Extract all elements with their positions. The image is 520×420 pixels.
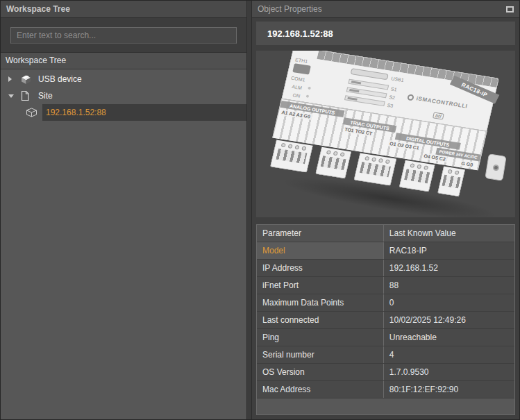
value-cell[interactable]: 4 (383, 346, 514, 363)
com-port-label: COM1 (291, 76, 306, 83)
switch-label-2: S2 (389, 94, 396, 100)
tree-column-header: Workspace Tree (1, 53, 246, 69)
device-name-header: 192.168.1.52:88 (256, 22, 515, 45)
value-cell[interactable]: 88 (383, 277, 514, 294)
tree-item-site[interactable]: Site (1, 87, 246, 104)
dock-window-icon[interactable] (506, 6, 514, 12)
workspace-tree-panel: Workspace Tree Workspace Tree USB device (1, 1, 246, 419)
value-cell[interactable]: Unreachable (383, 329, 514, 346)
brand-logo-text: iSMACONTROLLI (416, 95, 469, 109)
value-cell[interactable]: RAC18-IP (383, 242, 514, 259)
object-properties-panel: Object Properties 192.168.1.52:88 ETH1 C… (252, 1, 519, 419)
table-row[interactable]: Serial number 4 (257, 346, 514, 364)
usb-device-box-icon (20, 74, 33, 85)
terminal-block (437, 167, 466, 197)
table-row[interactable]: Maximum Data Points 0 (257, 294, 514, 312)
brand-logo-icon (407, 94, 414, 101)
search-input[interactable] (10, 27, 237, 44)
table-row[interactable]: iFnet Port 88 (257, 277, 514, 294)
mounting-ear (485, 153, 506, 181)
object-properties-title: Object Properties (258, 4, 322, 14)
value-cell[interactable]: 192.168.1.52 (383, 260, 514, 276)
param-cell[interactable]: Serial number (257, 346, 383, 363)
workspace-tree-titlebar: Workspace Tree (1, 1, 246, 18)
tree-item-label-selected[interactable]: 192.168.1.52:88 (42, 104, 246, 121)
usb-port (351, 68, 389, 80)
tree-item-usb-device[interactable]: USB device (1, 71, 246, 87)
app-window: Workspace Tree Workspace Tree USB device (0, 0, 520, 420)
param-cell[interactable]: OS Version (257, 364, 383, 380)
device-wirebox-icon (25, 107, 38, 118)
terminal-block (270, 140, 313, 173)
on-led-label: ON (292, 92, 301, 98)
object-properties-body: 192.168.1.52:88 ETH1 COM1 ALM ON (252, 18, 519, 419)
usb-port-label: USB1 (391, 76, 405, 83)
device-image-area: ETH1 COM1 ALM ON USB1 S1 S2 (256, 51, 515, 217)
table-row[interactable]: Model RAC18-IP (257, 242, 514, 260)
param-cell[interactable]: Model (257, 242, 383, 259)
value-cell[interactable]: 80:1F:12:EF:92:90 (383, 381, 514, 398)
expander-expanded-icon[interactable] (8, 94, 15, 98)
brand-logo: iSMACONTROLLI (407, 94, 468, 109)
param-cell[interactable]: IP Address (257, 260, 383, 276)
eth-port-label: ETH1 (295, 57, 308, 64)
expander-collapsed-icon[interactable] (8, 76, 15, 82)
ethernet-port (292, 63, 311, 74)
table-row[interactable]: Mac Address 80:1F:12:EF:92:90 (257, 381, 514, 398)
terminal-block (315, 147, 351, 179)
document-icon (20, 90, 33, 101)
param-cell[interactable]: Ping (257, 329, 383, 346)
on-led (305, 94, 309, 98)
table-row[interactable]: Ping Unreachable (257, 329, 514, 346)
table-row[interactable]: IP Address 192.168.1.52 (257, 260, 514, 277)
search-strip (1, 18, 246, 53)
value-cell[interactable]: 10/02/2025 12:49:26 (383, 312, 514, 328)
param-cell[interactable]: Maximum Data Points (257, 294, 383, 311)
power-terminals-label: G G0 (460, 160, 476, 168)
workspace-tree: USB device Site (1, 69, 246, 419)
column-header-value: Last Known Value (383, 225, 514, 242)
terminal-block (399, 160, 435, 192)
table-row[interactable]: OS Version 1.7.0.9530 (257, 364, 514, 381)
switch-label-1: S1 (390, 86, 397, 92)
value-cell[interactable]: 1.7.0.9530 (383, 364, 514, 380)
tree-item-device[interactable]: 192.168.1.52:88 (1, 104, 246, 121)
tree-item-label: USB device (37, 74, 82, 84)
btl-cert-mark: btl (433, 112, 444, 119)
object-properties-titlebar: Object Properties (252, 1, 519, 18)
terminal-block (353, 153, 396, 186)
param-cell[interactable]: iFnet Port (257, 277, 383, 294)
workspace-tree-title: Workspace Tree (6, 4, 70, 14)
properties-table: Parameter Last Known Value Model RAC18-I… (256, 224, 515, 415)
column-header-parameter: Parameter (257, 225, 383, 242)
device-terminal-strip (317, 51, 498, 87)
panel-splitter[interactable] (246, 1, 252, 419)
table-empty-area (257, 398, 514, 414)
param-cell[interactable]: Last connected (257, 312, 383, 328)
switch-label-3: S3 (387, 103, 394, 108)
alm-led (308, 87, 311, 90)
table-row[interactable]: Last connected 10/02/2025 12:49:26 (257, 312, 514, 329)
tree-item-label: Site (37, 91, 53, 101)
value-cell[interactable]: 0 (383, 294, 514, 311)
alm-led-label: ALM (292, 84, 303, 90)
device-photo: ETH1 COM1 ALM ON USB1 S1 S2 (267, 56, 509, 210)
mounting-hole (492, 164, 499, 171)
table-header-row: Parameter Last Known Value (257, 225, 514, 242)
param-cell[interactable]: Mac Address (257, 381, 383, 398)
